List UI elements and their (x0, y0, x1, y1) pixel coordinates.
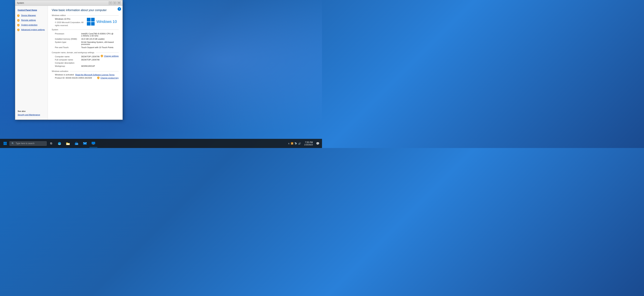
svg-rect-0 (4, 142, 5, 144)
svg-text:STORE: STORE (76, 144, 78, 145)
notification-button[interactable]: 💬 (314, 139, 321, 148)
edge-button[interactable] (56, 139, 64, 148)
sidebar-label-system-protection: System protection (21, 24, 38, 26)
computer-name-section: Change settings Computer name: DESKTOP-J… (52, 55, 119, 68)
window-title: System (17, 2, 109, 4)
explorer-icon (66, 142, 70, 145)
edition-section: Windows 10 Pro © 2020 Microsoft Corporat… (52, 18, 119, 27)
processor-label: Processor: (52, 32, 81, 37)
shield-icon-change-settings (100, 55, 103, 57)
divider-line-activation (70, 71, 119, 71)
mail-button[interactable] (81, 139, 89, 148)
system-properties-window: System ─ □ ✕ Control Panel Home Device M… (15, 0, 123, 120)
start-button[interactable] (1, 139, 9, 148)
full-name-row: Full computer name: DESKTOP-JJD6790 (52, 58, 119, 61)
windows-logo-text: Windows 10 (96, 19, 117, 24)
svg-rect-3 (5, 144, 7, 145)
full-name-label: Full computer name: (52, 58, 81, 61)
sidebar-item-remote-settings[interactable]: Remote settings (15, 18, 48, 23)
ram-label: Installed memory (RAM): (52, 37, 81, 40)
license-terms-link[interactable]: Read the Microsoft Software License Term… (75, 74, 114, 76)
logo-pane-bl (87, 22, 90, 26)
wifi-icon[interactable]: 📡 (294, 142, 297, 145)
window-controls: ─ □ ✕ (109, 1, 121, 4)
logo-pane-tr (91, 18, 95, 21)
clock[interactable]: 7:55 PM 1/15/2023 (303, 141, 314, 146)
pen-touch-row: Pen and Touch: Touch Support with 10 Tou… (52, 46, 119, 49)
system-tray: ∧ 📶 📡 🔊 (286, 142, 302, 145)
see-also-section: See also Security and Maintenance (15, 108, 48, 118)
full-name-value: DESKTOP-JJD6790 (81, 58, 119, 61)
explorer-button[interactable] (64, 139, 72, 148)
svg-rect-6 (66, 143, 68, 143)
activation-status-row: Windows is activated Read the Microsoft … (52, 74, 119, 76)
security-maintenance-link[interactable]: Security and Maintenance (18, 113, 45, 116)
workgroup-row: Workgroup: WORKGROUP (52, 64, 119, 68)
product-id-text: Product ID: 00330-50228-34859-AAOEM (55, 77, 92, 79)
change-product-key-button[interactable]: Change product key (97, 76, 119, 79)
edge-icon (58, 142, 62, 145)
title-bar: System ─ □ ✕ (15, 0, 122, 6)
remote-desktop-button[interactable] (89, 139, 98, 148)
svg-rect-13 (92, 145, 94, 145)
change-settings-button[interactable]: Change settings (100, 55, 119, 57)
windows-logo: Windows 10 (87, 18, 119, 25)
edition-name: Windows 10 Pro (52, 18, 87, 20)
taskbar: 🔍 Type here to search ⧉ STORE (0, 139, 322, 148)
shield-icon-product-key (97, 76, 100, 79)
system-section-label: System (52, 28, 58, 31)
shield-icon-device-manager (17, 14, 20, 17)
processor-row: Processor: Intel(R) Core(TM) i5-6300U CP… (52, 32, 119, 37)
maximize-button[interactable]: □ (113, 1, 116, 4)
main-content: ? View basic information about your comp… (48, 6, 122, 120)
svg-rect-12 (93, 144, 94, 145)
sidebar-label-remote-settings: Remote settings (21, 19, 36, 21)
clock-time: 7:55 PM (304, 141, 313, 144)
chevron-up-icon[interactable]: ∧ (288, 142, 290, 145)
logo-pane-br (91, 22, 95, 26)
sidebar-label-advanced-settings: Advanced system settings (21, 28, 45, 31)
shield-icon-remote-settings (17, 19, 20, 22)
logo-pane-tl (87, 18, 90, 21)
product-id-row: Product ID: 00330-50228-34859-AAOEM Chan… (52, 76, 119, 79)
search-placeholder: Type here to search (16, 142, 34, 145)
pen-touch-value: Touch Support with 10 Touch Points (81, 46, 119, 49)
ram-value: 16.0 GB (15.8 GB usable) (81, 37, 119, 40)
type-label: System type: (52, 40, 81, 46)
type-value: 64-bit Operating System, x64-based proce… (81, 40, 119, 46)
system-section-divider: System (52, 28, 119, 31)
pen-touch-label: Pen and Touch: (52, 46, 81, 49)
help-button[interactable]: ? (118, 7, 121, 11)
sidebar-item-device-manager[interactable]: Device Manager (15, 13, 48, 18)
volume-icon[interactable]: 🔊 (298, 142, 301, 145)
ram-row: Installed memory (RAM): 16.0 GB (15.8 GB… (52, 37, 119, 40)
clock-date: 1/15/2023 (304, 144, 313, 146)
sidebar-item-system-protection[interactable]: System protection (15, 23, 48, 27)
svg-rect-2 (4, 144, 5, 145)
activation-status-text: Windows is activated (55, 74, 74, 76)
windows-logo-grid (87, 18, 94, 25)
svg-rect-11 (92, 142, 95, 144)
store-button[interactable]: STORE (72, 139, 80, 148)
start-icon (3, 142, 7, 145)
see-also-label: See also (18, 110, 45, 112)
task-view-button[interactable]: ⧉ (47, 139, 55, 148)
close-button[interactable]: ✕ (117, 1, 121, 4)
windows-number: 10 (113, 19, 117, 24)
edition-copyright: © 2020 Microsoft Corporation. All rights… (52, 21, 87, 27)
network-icon[interactable]: 📶 (291, 142, 294, 145)
product-id-value: 00330-50228-34859-AAOEM (66, 77, 92, 79)
workgroup-label: Workgroup: (52, 64, 81, 68)
sidebar-item-advanced-system-settings[interactable]: Advanced system settings (15, 27, 48, 32)
sidebar: Control Panel Home Device Manager Remote… (15, 6, 48, 120)
minimize-button[interactable]: ─ (109, 1, 112, 4)
divider-line-computer (96, 52, 119, 53)
search-bar[interactable]: 🔍 Type here to search (10, 141, 46, 146)
svg-rect-1 (5, 142, 7, 144)
taskbar-right: ∧ 📶 📡 🔊 7:55 PM 1/15/2023 💬 (286, 139, 321, 148)
type-row: System type: 64-bit Operating System, x6… (52, 40, 119, 46)
store-icon: STORE (75, 142, 78, 145)
activation-section-divider: Windows activation (52, 70, 119, 72)
description-row: Computer description: (52, 61, 119, 64)
control-panel-home-link[interactable]: Control Panel Home (15, 7, 48, 13)
